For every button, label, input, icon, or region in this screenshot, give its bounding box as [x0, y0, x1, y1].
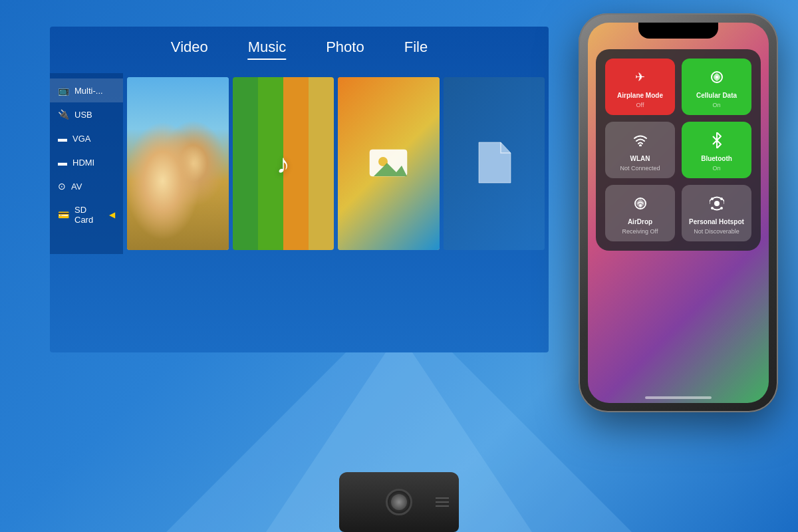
svg-point-10: [720, 198, 723, 200]
projection-screen: Video Music Photo File 📺 Multi-... 🔌 USB…: [50, 27, 549, 352]
photo-icon: [368, 144, 408, 184]
screen-content: 📺 Multi-... 🔌 USB ▬ VGA ▬ HDMI ⊙ AV 💳 S: [50, 73, 549, 254]
wlan-sublabel: Not Connected: [620, 165, 660, 172]
music-note-overlay: ♪: [233, 77, 334, 250]
usb-icon: 🔌: [58, 109, 69, 120]
nav-photo[interactable]: Photo: [326, 39, 364, 60]
sdcard-icon: 💳: [58, 209, 69, 220]
cc-bluetooth-button[interactable]: Bluetooth On: [682, 122, 751, 178]
sidebar-label-usb: USB: [74, 110, 92, 120]
control-center: ✈ Airplane Mode Off Cel: [596, 49, 761, 251]
svg-point-11: [711, 207, 714, 209]
airplane-sublabel: Off: [636, 102, 644, 108]
photo-thumbnail[interactable]: [338, 77, 440, 250]
cc-hotspot-button[interactable]: Personal Hotspot Not Discoverable: [682, 185, 751, 241]
video-thumbnail-image: [127, 77, 229, 250]
projector-device: [332, 452, 466, 532]
svg-point-9: [711, 198, 714, 200]
sidebar-label-sdcard: SD Card: [74, 205, 104, 225]
screen-nav: Video Music Photo File: [50, 27, 549, 66]
video-thumbnail[interactable]: [127, 77, 229, 250]
airplane-icon: ✈: [628, 65, 652, 89]
multi-icon: 📺: [58, 85, 69, 96]
bluetooth-label: Bluetooth: [701, 155, 732, 162]
sidebar-label-hdmi: HDMI: [72, 158, 94, 168]
projector-body: [339, 472, 459, 532]
cc-airplane-button[interactable]: ✈ Airplane Mode Off: [605, 59, 675, 115]
hdmi-icon: ▬: [58, 157, 67, 168]
music-note-icon: ♪: [277, 149, 290, 179]
vga-icon: ▬: [58, 133, 67, 144]
av-icon: ⊙: [58, 181, 66, 192]
projector-lens-inner: [391, 494, 407, 510]
file-thumbnail[interactable]: [444, 77, 545, 250]
bluetooth-icon: [705, 128, 729, 152]
cc-wlan-button[interactable]: WLAN Not Connected: [605, 122, 675, 178]
vent-line: [436, 501, 449, 503]
airdrop-sublabel: Receiving Off: [622, 228, 658, 235]
svg-point-7: [639, 204, 642, 207]
sd-arrow-icon: ◀: [109, 210, 115, 219]
cc-cellular-button[interactable]: Cellular Data On: [682, 59, 751, 115]
airdrop-label: AirDrop: [628, 218, 652, 225]
wlan-icon: [628, 128, 652, 152]
hotspot-label: Personal Hotspot: [689, 218, 744, 225]
projector-lens: [386, 489, 412, 515]
svg-point-8: [714, 201, 720, 206]
vent-line: [436, 505, 449, 507]
iphone-container: ✈ Airplane Mode Off Cel: [579, 13, 778, 412]
wlan-label: WLAN: [630, 155, 650, 162]
svg-point-4: [716, 76, 718, 78]
sidebar-item-av[interactable]: ⊙ AV: [50, 174, 123, 198]
cellular-label: Cellular Data: [696, 92, 737, 99]
svg-point-5: [639, 144, 642, 146]
iphone-notch: [638, 23, 718, 39]
projector-vents: [436, 497, 449, 507]
iphone-screen: ✈ Airplane Mode Off Cel: [588, 23, 769, 403]
hotspot-icon: [705, 192, 729, 215]
home-indicator[interactable]: [645, 396, 712, 399]
svg-point-12: [720, 207, 723, 209]
sidebar-item-hdmi[interactable]: ▬ HDMI: [50, 150, 123, 174]
iphone-frame: ✈ Airplane Mode Off Cel: [579, 13, 778, 412]
sidebar-item-usb[interactable]: 🔌 USB: [50, 102, 123, 126]
nav-music[interactable]: Music: [248, 39, 286, 60]
sidebar-label-vga: VGA: [72, 134, 90, 144]
sidebar-item-vga[interactable]: ▬ VGA: [50, 126, 123, 150]
file-icon: [475, 141, 512, 187]
color-thumbnail[interactable]: ♪: [233, 77, 334, 250]
cellular-sublabel: On: [712, 102, 720, 108]
screen-sidebar: 📺 Multi-... 🔌 USB ▬ VGA ▬ HDMI ⊙ AV 💳 S: [50, 73, 123, 254]
airdrop-icon: [628, 192, 652, 215]
cc-grid: ✈ Airplane Mode Off Cel: [605, 59, 751, 241]
sidebar-label-av: AV: [71, 182, 82, 192]
cc-airdrop-button[interactable]: AirDrop Receiving Off: [605, 185, 675, 241]
nav-file[interactable]: File: [404, 39, 428, 60]
sidebar-item-sdcard[interactable]: 💳 SD Card ◀: [50, 198, 123, 231]
airplane-label: Airplane Mode: [617, 92, 663, 99]
vent-line: [436, 497, 449, 499]
sidebar-item-multi[interactable]: 📺 Multi-...: [50, 78, 123, 102]
nav-video[interactable]: Video: [171, 39, 208, 60]
sidebar-label-multi: Multi-...: [74, 86, 103, 96]
media-area: ♪: [123, 73, 549, 254]
bluetooth-sublabel: On: [712, 165, 720, 172]
hotspot-sublabel: Not Discoverable: [694, 228, 739, 235]
cellular-icon: [705, 65, 729, 89]
